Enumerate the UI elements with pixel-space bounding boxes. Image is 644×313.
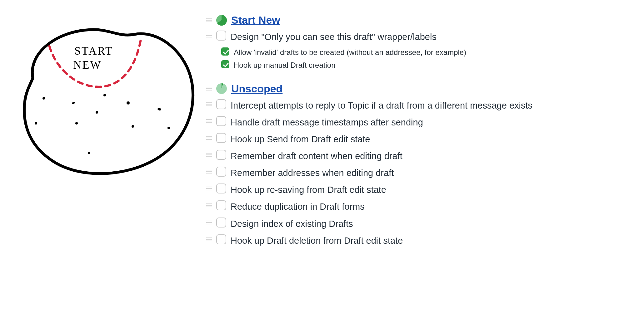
progress-pie-icon xyxy=(216,15,227,26)
drag-handle-icon[interactable] xyxy=(206,85,212,92)
subtask-row: Hook up manual Draft creation xyxy=(221,60,625,70)
drag-handle-icon[interactable] xyxy=(206,185,212,192)
task-checkbox[interactable] xyxy=(216,183,226,193)
task-text: Design "Only you can see this draft" wra… xyxy=(231,31,437,43)
svg-point-4 xyxy=(157,108,162,111)
section-title-link[interactable]: Unscoped xyxy=(231,83,282,95)
drag-handle-icon[interactable] xyxy=(206,17,212,24)
svg-point-9 xyxy=(167,127,170,129)
svg-point-2 xyxy=(103,94,106,96)
task-text: Hook up Draft deletion from Draft edit s… xyxy=(231,234,403,247)
drag-handle-icon[interactable] xyxy=(206,32,212,39)
task-checkbox[interactable] xyxy=(216,150,226,160)
drag-handle-icon[interactable] xyxy=(206,202,212,209)
subtask-checkbox[interactable] xyxy=(221,60,229,68)
svg-point-10 xyxy=(88,152,90,154)
section-header: Start New xyxy=(206,14,625,26)
task-list-panel: Start NewDesign "Only you can see this d… xyxy=(206,0,644,313)
svg-point-3 xyxy=(127,101,130,105)
drag-handle-icon[interactable] xyxy=(206,219,212,226)
task-row: Hook up Draft deletion from Draft edit s… xyxy=(206,234,625,247)
task-row: Reduce duplication in Draft forms xyxy=(206,200,625,213)
drag-handle-icon[interactable] xyxy=(206,134,212,142)
task-row: Design index of existing Drafts xyxy=(206,218,625,230)
task-checkbox[interactable] xyxy=(216,116,226,126)
task-text: Design index of existing Drafts xyxy=(231,218,353,230)
scope-dots xyxy=(35,94,170,154)
task-checkbox[interactable] xyxy=(216,99,226,109)
drag-handle-icon[interactable] xyxy=(206,151,212,159)
task-checkbox[interactable] xyxy=(216,200,226,210)
sketch-label-line2: NEW xyxy=(73,59,102,71)
subtask-text: Hook up manual Draft creation xyxy=(234,60,336,70)
section-unscoped: UnscopedIntercept attempts to reply to T… xyxy=(206,83,625,247)
drag-handle-icon[interactable] xyxy=(206,168,212,175)
task-text: Hook up re-saving from Draft edit state xyxy=(231,183,386,196)
subtask-checkbox[interactable] xyxy=(221,47,229,56)
task-checkbox[interactable] xyxy=(216,167,226,177)
task-row: Remember addresses when editing draft xyxy=(206,167,625,179)
task-row: Design "Only you can see this draft" wra… xyxy=(206,31,625,43)
task-row: Hook up Send from Draft edit state xyxy=(206,133,625,145)
progress-pie-icon xyxy=(216,83,227,94)
task-checkbox[interactable] xyxy=(216,31,226,41)
svg-point-0 xyxy=(42,97,45,100)
task-text: Reduce duplication in Draft forms xyxy=(231,200,365,213)
svg-point-1 xyxy=(72,101,75,104)
drag-handle-icon[interactable] xyxy=(206,117,212,125)
task-checkbox[interactable] xyxy=(216,218,226,227)
sketch-label-line1: START xyxy=(74,45,113,57)
svg-point-6 xyxy=(75,122,78,125)
section-header: Unscoped xyxy=(206,83,625,95)
task-row: Intercept attempts to reply to Topic if … xyxy=(206,99,625,112)
task-checkbox[interactable] xyxy=(216,234,226,244)
task-text: Hook up Send from Draft edit state xyxy=(231,133,370,145)
svg-point-7 xyxy=(96,111,98,114)
task-text: Intercept attempts to reply to Topic if … xyxy=(231,99,532,112)
subtask-row: Allow 'invalid' drafts to be created (wi… xyxy=(221,47,625,57)
task-text: Handle draft message timestamps after se… xyxy=(231,116,423,129)
task-row: Handle draft message timestamps after se… xyxy=(206,116,625,129)
drag-handle-icon[interactable] xyxy=(206,236,212,243)
task-row: Remember draft content when editing draf… xyxy=(206,150,625,162)
sketch-panel: START NEW xyxy=(0,0,206,313)
subtask-text: Allow 'invalid' drafts to be created (wi… xyxy=(234,47,466,57)
svg-point-5 xyxy=(35,122,37,125)
svg-point-8 xyxy=(132,125,134,128)
section-start-new: Start NewDesign "Only you can see this d… xyxy=(206,14,625,70)
drag-handle-icon[interactable] xyxy=(206,100,212,108)
task-text: Remember draft content when editing draf… xyxy=(231,150,402,162)
section-title-link[interactable]: Start New xyxy=(231,14,280,26)
scope-sketch: START NEW xyxy=(3,12,203,182)
task-text: Remember addresses when editing draft xyxy=(231,167,394,179)
task-checkbox[interactable] xyxy=(216,133,226,143)
task-row: Hook up re-saving from Draft edit state xyxy=(206,183,625,196)
